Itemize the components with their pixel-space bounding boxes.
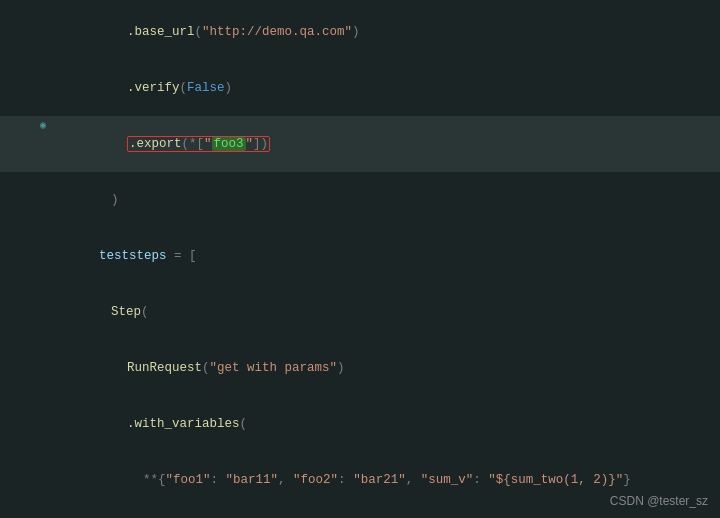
watermark: CSDN @tester_sz [610,494,708,508]
code-line-6: Step( [0,284,720,340]
export-highlight-box: .export(*["foo3"]) [127,136,270,152]
code-editor: .base_url("http://demo.qa.com") .verify(… [0,0,720,518]
code-line-3: ◉ .export(*["foo3"]) [0,116,720,172]
code-line-10: ).get("/get") [0,508,720,518]
code-line-7: RunRequest("get with params") [0,340,720,396]
code-line-4: ) [0,172,720,228]
code-line-2: .verify(False) [0,60,720,116]
code-line-1: .base_url("http://demo.qa.com") [0,4,720,60]
code-line-5: teststeps = [ [0,228,720,284]
code-line-8: .with_variables( [0,396,720,452]
